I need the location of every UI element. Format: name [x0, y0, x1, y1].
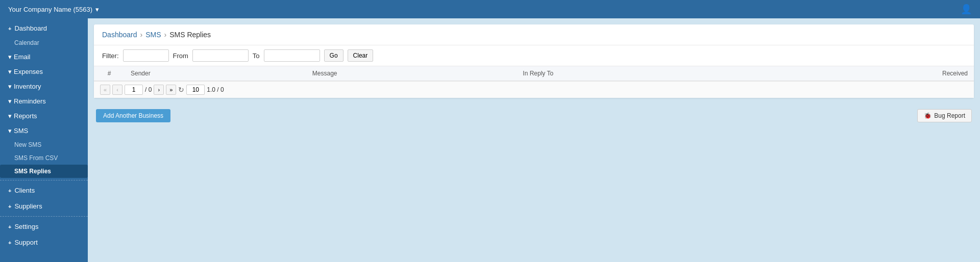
refresh-icon[interactable]: ↻ [178, 86, 184, 94]
col-header-received: Received [760, 66, 974, 81]
company-name: Your Company Name (5563) [8, 6, 92, 13]
sidebar-item-expenses[interactable]: ▾ Expenses [0, 64, 88, 79]
company-selector[interactable]: Your Company Name (5563) ▾ [8, 6, 99, 13]
pagination-bar: « ‹ / 0 › » ↻ 1.0 / 0 [94, 81, 974, 98]
bug-report-label: Bug Report [934, 112, 965, 119]
page-ratio: 1.0 / 0 [207, 86, 224, 93]
total-pages: / 0 [145, 86, 152, 93]
sidebar-item-label: SMS [14, 127, 28, 135]
to-label: To [253, 52, 260, 60]
page-number-input[interactable] [125, 85, 143, 95]
sidebar-item-clients[interactable]: + Clients [0, 182, 88, 198]
col-header-inreplyto: In Reply To [517, 66, 760, 81]
sidebar-item-label: Suppliers [14, 202, 42, 210]
sidebar-item-email[interactable]: ▾ Email [0, 49, 88, 64]
first-page-button[interactable]: « [100, 85, 110, 95]
sidebar-item-label: New SMS [14, 141, 41, 148]
chevron-icon: ▾ [8, 127, 12, 135]
sidebar-item-label: Dashboard [14, 24, 47, 32]
sms-replies-table: # Sender Message In Reply To Received [94, 66, 974, 81]
top-bar: Your Company Name (5563) ▾ 👤 [0, 0, 980, 18]
to-date-input[interactable] [264, 49, 320, 62]
sidebar-item-label: Reports [14, 112, 37, 120]
col-header-sender: Sender [125, 66, 306, 81]
sidebar-item-label: Support [14, 239, 38, 246]
plus-icon: + [8, 240, 11, 246]
chevron-icon: ▾ [8, 68, 12, 75]
sidebar-divider-2 [0, 216, 88, 217]
col-header-hash: # [94, 66, 125, 81]
clear-button[interactable]: Clear [348, 49, 374, 62]
plus-icon: + [8, 203, 11, 209]
chevron-icon: ▾ [8, 53, 12, 61]
sidebar: + Dashboard Calendar ▾ Email ▾ Expenses … [0, 18, 88, 262]
chevron-icon: ▾ [8, 83, 12, 90]
bottom-bar: Add Another Business 🐞 Bug Report [88, 104, 980, 127]
breadcrumb-sep-1: › [140, 31, 143, 39]
user-icon[interactable]: 👤 [961, 4, 972, 15]
filter-bar: Filter: From To Go Clear [94, 45, 974, 66]
sidebar-item-support[interactable]: + Support [0, 234, 88, 250]
sidebar-item-new-sms[interactable]: New SMS [0, 138, 88, 151]
go-button[interactable]: Go [324, 49, 344, 62]
sidebar-item-label: SMS From CSV [14, 154, 58, 162]
plus-icon: + [8, 25, 11, 32]
page-size-input[interactable] [186, 85, 205, 95]
filter-label: Filter: [102, 52, 119, 60]
from-label: From [173, 52, 188, 60]
sidebar-item-label: Reminders [14, 97, 46, 105]
sidebar-item-reports[interactable]: ▾ Reports [0, 109, 88, 123]
sidebar-item-sms-from-csv[interactable]: SMS From CSV [0, 151, 88, 165]
last-page-button[interactable]: » [166, 85, 176, 95]
sidebar-item-label: Email [14, 53, 31, 61]
plus-icon: + [8, 224, 11, 230]
content-area: Dashboard › SMS › SMS Replies Filter: Fr… [88, 18, 980, 262]
bug-report-button[interactable]: 🐞 Bug Report [917, 109, 972, 122]
chevron-icon: ▾ [8, 112, 12, 120]
breadcrumb-current: SMS Replies [169, 31, 211, 39]
filter-input[interactable] [123, 49, 169, 62]
next-page-button[interactable]: › [154, 85, 164, 95]
sidebar-item-label: Inventory [14, 83, 41, 90]
sidebar-divider-1 [0, 180, 88, 180]
sidebar-item-suppliers[interactable]: + Suppliers [0, 198, 88, 214]
sidebar-item-reminders[interactable]: ▾ Reminders [0, 94, 88, 109]
sidebar-item-inventory[interactable]: ▾ Inventory [0, 79, 88, 94]
bug-icon: 🐞 [924, 112, 932, 119]
from-date-input[interactable] [192, 49, 249, 62]
sidebar-item-dashboard[interactable]: + Dashboard [0, 20, 88, 36]
sidebar-item-label: Expenses [14, 68, 43, 75]
sidebar-item-sms[interactable]: ▾ SMS [0, 123, 88, 138]
breadcrumb-sep-2: › [164, 31, 167, 39]
plus-icon: + [8, 188, 11, 194]
sidebar-item-calendar[interactable]: Calendar [0, 36, 88, 49]
chevron-icon: ▾ [8, 97, 12, 105]
sidebar-item-label: Settings [14, 223, 38, 230]
breadcrumb: Dashboard › SMS › SMS Replies [94, 24, 974, 45]
breadcrumb-sms[interactable]: SMS [145, 31, 161, 39]
sidebar-item-label: SMS Replies [14, 168, 51, 175]
content-panel: Dashboard › SMS › SMS Replies Filter: Fr… [94, 24, 974, 98]
col-header-message: Message [306, 66, 517, 81]
sidebar-item-settings[interactable]: + Settings [0, 219, 88, 234]
sidebar-item-label: Clients [14, 187, 35, 194]
sidebar-item-sms-replies[interactable]: SMS Replies [0, 165, 88, 178]
chevron-down-icon: ▾ [95, 6, 99, 13]
sidebar-item-label: Calendar [14, 39, 39, 46]
add-another-business-button[interactable]: Add Another Business [96, 109, 170, 122]
main-layout: + Dashboard Calendar ▾ Email ▾ Expenses … [0, 18, 980, 262]
prev-page-button[interactable]: ‹ [112, 85, 122, 95]
breadcrumb-dashboard[interactable]: Dashboard [102, 31, 137, 39]
